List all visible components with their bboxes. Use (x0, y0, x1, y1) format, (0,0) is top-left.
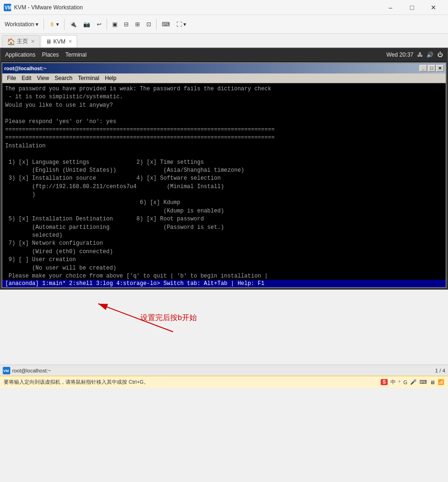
mic-icon: 🎤 (410, 379, 417, 385)
tab-kvm-close[interactable]: ✕ (68, 39, 72, 44)
terminal-file-menu[interactable]: File (4, 74, 19, 82)
terminal-text: The password you have provided is weak: … (5, 85, 443, 280)
terminal-close-btn[interactable]: ✕ (436, 65, 444, 72)
page-indicator: 1 / 4 (435, 368, 445, 373)
view-full-icon: ⊡ (146, 21, 151, 28)
annotation-arrow (0, 290, 448, 365)
tab-kvm[interactable]: 🖥 KVM ✕ (41, 35, 77, 47)
terminal-titlebar: root@localhost:~ _ □ ✕ (2, 63, 446, 73)
terminal-search-menu[interactable]: Search (52, 74, 75, 82)
view-tabs-icon: ⊞ (135, 21, 140, 28)
toolbar-separator-2 (64, 19, 65, 30)
vm-statusbar: VM root@localhost:~ 1 / 4 (0, 365, 448, 376)
toolbar-separator-3 (107, 19, 107, 30)
anaconda-statusbar: [anaconda] 1:main* 2:shell 3:log 4:stora… (2, 280, 446, 287)
view-split-button[interactable]: ⊟ (121, 17, 131, 32)
terminal-content[interactable]: The password you have provided is weak: … (2, 83, 446, 280)
tab-kvm-label: KVM (53, 38, 65, 45)
suspend-button[interactable]: 🔌 (67, 17, 79, 32)
guest-time: Wed 20:37 (386, 51, 413, 58)
view-single-button[interactable]: ▣ (109, 17, 120, 32)
maximize-button[interactable]: □ (401, 0, 423, 15)
workstation-menu-button[interactable]: Workstation ▾ (2, 17, 41, 32)
toolbar-separator-4 (156, 19, 157, 30)
terminal-minimize-btn[interactable]: _ (419, 65, 427, 72)
pause-button[interactable]: ⏸ ▾ (46, 17, 62, 32)
monitor-icon: 🖥 (430, 380, 435, 385)
notification-icons: S 中 ° G 🎤 ⌨ 🖥 📶 (381, 379, 444, 386)
view-full-button[interactable]: ⊡ (144, 17, 154, 32)
fullscreen-button[interactable]: ⛶ ▾ (173, 17, 189, 32)
terminal-menubar: File Edit View Search Terminal Help (2, 73, 446, 83)
tabs-bar: 🏠 主页 ✕ 🖥 KVM ✕ (0, 34, 448, 48)
revert-icon: ↩ (97, 21, 101, 28)
network-status-icon: 📶 (438, 379, 444, 385)
input-degree-icon: ° (398, 380, 400, 385)
terminal-edit-menu[interactable]: Edit (19, 74, 34, 82)
guest-network-icon: 🖧 (417, 51, 423, 58)
title-bar: VM KVM - VMware Workstation – □ ✕ (0, 0, 448, 15)
suspend-icon: 🔌 (70, 21, 77, 28)
guest-power-icon[interactable]: ⏻ (437, 51, 443, 58)
vm-name-label: root@localhost:~ (12, 368, 51, 373)
snapshot-icon: 📷 (83, 21, 90, 28)
app-icon: VM (4, 4, 11, 11)
terminal-restore-btn[interactable]: □ (428, 65, 435, 72)
window-controls: – □ ✕ (380, 0, 444, 15)
guest-sound-icon: 🔊 (426, 51, 434, 58)
view-tabs-button[interactable]: ⊞ (132, 17, 143, 32)
window-title: KVM - VMware Workstation (14, 4, 83, 11)
console-icon: ⌨ (162, 21, 170, 28)
svg-text:VM: VM (3, 369, 9, 373)
snapshot-button[interactable]: 📷 (80, 17, 93, 32)
pause-icon: ⏸ (49, 21, 55, 28)
terminal-view-menu[interactable]: View (34, 74, 52, 82)
home-icon: 🏠 (7, 38, 15, 45)
guest-places-menu[interactable]: Places (42, 51, 59, 58)
annotation-text: 设置完后按b开始 (140, 313, 197, 323)
terminal-window: root@localhost:~ _ □ ✕ File Edit View Se… (1, 62, 447, 288)
guest-topbar: Applications Places Terminal Wed 20:37 🖧… (0, 48, 448, 61)
notification-text: 要将输入定向到该虚拟机，请将鼠标指针移入其中或按 Ctrl+G。 (4, 379, 149, 386)
view-split-icon: ⊟ (124, 21, 129, 28)
terminal-title: root@localhost:~ (4, 66, 46, 71)
fullscreen-icon: ⛶ (176, 21, 182, 28)
guest-applications-menu[interactable]: Applications (5, 51, 36, 58)
annotation-area: 设置完后按b开始 (0, 290, 448, 365)
fullscreen-dropdown: ▾ (183, 21, 186, 28)
minimize-button[interactable]: – (380, 0, 401, 15)
tab-home[interactable]: 🏠 主页 ✕ (2, 35, 40, 47)
input-extra-icon: G (403, 380, 407, 385)
vm-statusbar-icon: VM (3, 367, 10, 374)
kvm-vm-icon: 🖥 (46, 38, 51, 45)
keyboard-icon: ⌨ (419, 379, 427, 385)
terminal-terminal-menu[interactable]: Terminal (75, 74, 102, 82)
workstation-label: Workstation (5, 21, 34, 28)
view-single-icon: ▣ (112, 21, 117, 28)
guest-terminal-menu[interactable]: Terminal (65, 51, 87, 58)
tab-home-label: 主页 (17, 37, 28, 45)
console-button[interactable]: ⌨ (159, 17, 173, 32)
terminal-help-menu[interactable]: Help (102, 74, 119, 82)
pause-dropdown: ▾ (56, 21, 59, 28)
svg-text:VM: VM (5, 5, 11, 10)
notification-bar: 要将输入定向到该虚拟机，请将鼠标指针移入其中或按 Ctrl+G。 S 中 ° G… (0, 376, 448, 388)
anaconda-bar-text: [anaconda] 1:main* 2:shell 3:log 4:stora… (5, 280, 265, 287)
input-method-label[interactable]: 中 (390, 379, 396, 386)
revert-button[interactable]: ↩ (94, 17, 104, 32)
sogou-icon: S (381, 379, 388, 385)
toolbar: Workstation ▾ ⏸ ▾ 🔌 📷 ↩ ▣ ⊟ ⊞ ⊡ ⌨ ⛶ ▾ (0, 15, 448, 34)
toolbar-separator-1 (43, 19, 44, 30)
close-button[interactable]: ✕ (423, 0, 444, 15)
workstation-dropdown-icon: ▾ (36, 21, 38, 28)
tab-home-close[interactable]: ✕ (31, 39, 35, 44)
